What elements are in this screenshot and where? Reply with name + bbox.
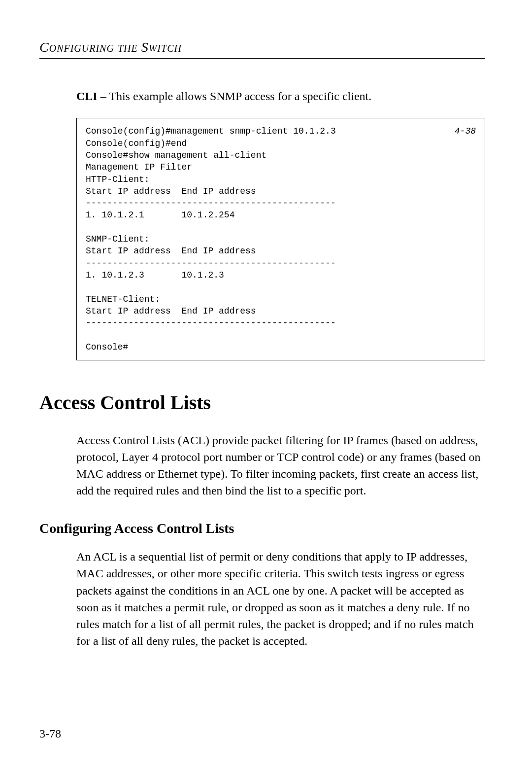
running-header-text: CONFIGURING tHE SWITCH (39, 41, 182, 54)
cli-intro-lead: CLI (76, 90, 98, 103)
running-header: CONFIGURING tHE SWITCH (39, 39, 485, 55)
code-page-ref: 4-38 (455, 125, 476, 137)
cli-intro-text: – This example allows SNMP access for a … (98, 90, 372, 103)
cli-code-block: Console(config)#management snmp-client 1… (76, 118, 485, 360)
subheading-config-acl: Configuring Access Control Lists (39, 521, 485, 536)
section-heading-acl: Access Control Lists (39, 391, 485, 414)
page: CONFIGURING tHE SWITCH CLI – This exampl… (0, 0, 532, 774)
acl-paragraph-2: An ACL is a sequential list of permit or… (76, 548, 485, 649)
code-rest: Console(config)#end Console#show managem… (86, 139, 336, 352)
page-number: 3-78 (39, 727, 61, 740)
code-line1: Console(config)#management snmp-client 1… (86, 126, 336, 136)
cli-intro: CLI – This example allows SNMP access fo… (76, 88, 485, 104)
header-rule (39, 58, 485, 59)
acl-paragraph-1: Access Control Lists (ACL) provide packe… (76, 432, 485, 499)
